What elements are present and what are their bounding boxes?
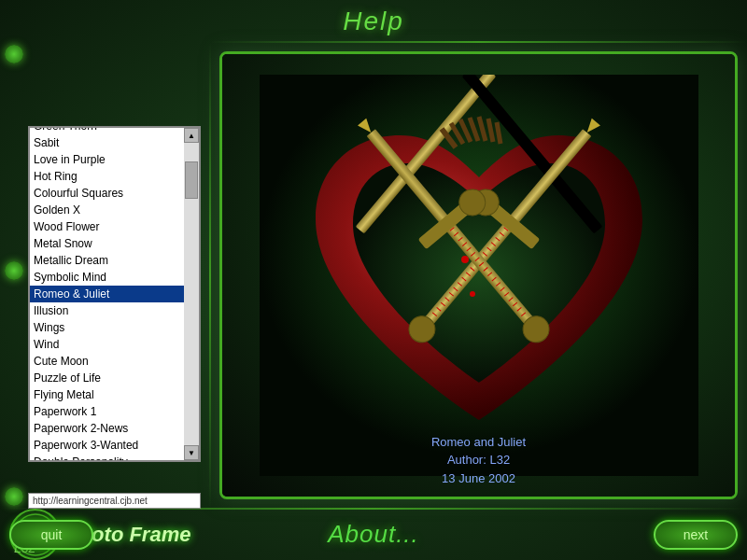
scroll-down-button[interactable]: ▼ xyxy=(184,445,199,460)
list-item[interactable]: Love in Purple xyxy=(30,151,184,168)
about-text[interactable]: About... xyxy=(328,520,419,549)
caption-line2: Author: L32 xyxy=(222,451,735,469)
list-item[interactable]: Double Personality xyxy=(30,454,184,460)
scroll-track[interactable] xyxy=(184,143,199,445)
item-list-container[interactable]: Red DiamondsLiontinThe EyeGreen ThornSab… xyxy=(28,126,201,462)
list-item[interactable]: Wind xyxy=(30,336,184,353)
artwork-canvas xyxy=(222,54,735,497)
bottom-bar: quit About... next xyxy=(0,509,747,560)
left-panel: Red DiamondsLiontinThe EyeGreen ThornSab… xyxy=(0,42,210,509)
list-item[interactable]: Golden X xyxy=(30,202,184,218)
quit-button[interactable]: quit xyxy=(9,520,93,550)
next-button[interactable]: next xyxy=(654,520,738,550)
caption-line3: 13 June 2002 xyxy=(222,469,735,488)
list-item[interactable]: Green Thorn xyxy=(30,128,184,134)
scrollbar[interactable]: ▲ ▼ xyxy=(184,128,199,460)
url-bar: http://learningcentral.cjb.net xyxy=(28,493,201,509)
list-item[interactable]: Sabit xyxy=(30,134,184,151)
list-item[interactable]: Colourful Squares xyxy=(30,185,184,202)
list-item[interactable]: Metal Snow xyxy=(30,235,184,252)
list-item[interactable]: Paperwork 2-News xyxy=(30,420,184,437)
header-title: Help xyxy=(343,7,404,36)
list-item[interactable]: Romeo & Juliet xyxy=(30,286,184,302)
list-item[interactable]: Illusion xyxy=(30,302,184,319)
list-item[interactable]: Wood Flower xyxy=(30,218,184,235)
svg-point-7 xyxy=(470,291,475,297)
list-item[interactable]: Cute Moon xyxy=(30,353,184,370)
main-image-area: Romeo and Juliet Author: L32 13 June 200… xyxy=(210,42,747,509)
list-item[interactable]: Metallic Dream xyxy=(30,252,184,269)
svg-point-4 xyxy=(461,256,469,263)
caption-area: Romeo and Juliet Author: L32 13 June 200… xyxy=(222,433,735,488)
list-item[interactable]: Symbolic Mind xyxy=(30,269,184,286)
list-item[interactable]: Wings xyxy=(30,319,184,336)
list-item[interactable]: Puzzle of Life xyxy=(30,370,184,386)
image-frame: Romeo and Juliet Author: L32 13 June 200… xyxy=(219,51,738,499)
artwork-svg xyxy=(260,75,698,476)
list-item[interactable]: Paperwork 3-Wanted xyxy=(30,437,184,454)
list-item[interactable]: Paperwork 1 xyxy=(30,403,184,420)
item-list[interactable]: Red DiamondsLiontinThe EyeGreen ThornSab… xyxy=(30,128,184,460)
scroll-up-button[interactable]: ▲ xyxy=(184,128,199,143)
list-item[interactable]: Hot Ring xyxy=(30,168,184,185)
list-item[interactable]: Flying Metal xyxy=(30,386,184,403)
scroll-thumb[interactable] xyxy=(185,161,198,199)
caption-line1: Romeo and Juliet xyxy=(222,433,735,452)
header: Help xyxy=(0,0,747,42)
